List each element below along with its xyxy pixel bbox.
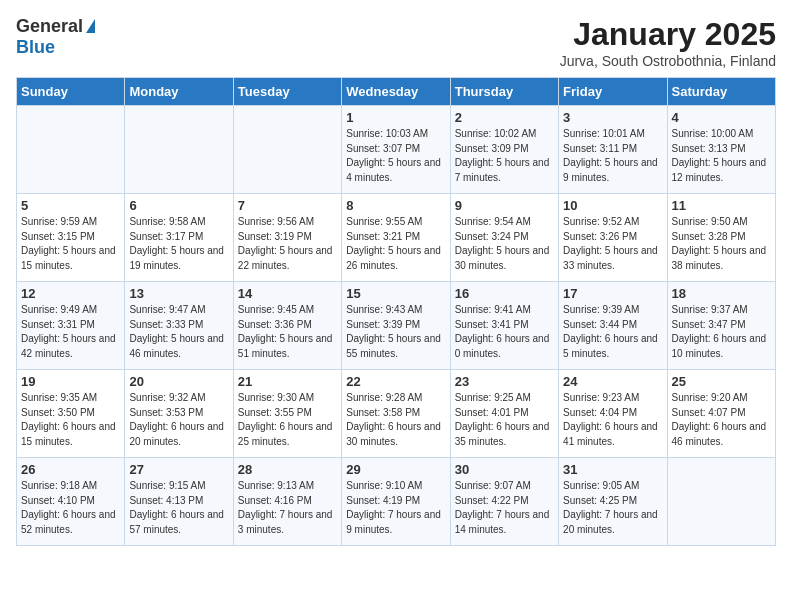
day-number: 18 — [672, 286, 771, 301]
calendar-cell: 8Sunrise: 9:55 AM Sunset: 3:21 PM Daylig… — [342, 194, 450, 282]
day-info: Sunrise: 9:23 AM Sunset: 4:04 PM Dayligh… — [563, 391, 662, 449]
day-info: Sunrise: 9:10 AM Sunset: 4:19 PM Dayligh… — [346, 479, 445, 537]
day-number: 24 — [563, 374, 662, 389]
day-info: Sunrise: 9:58 AM Sunset: 3:17 PM Dayligh… — [129, 215, 228, 273]
day-number: 22 — [346, 374, 445, 389]
col-header-monday: Monday — [125, 78, 233, 106]
day-info: Sunrise: 10:00 AM Sunset: 3:13 PM Daylig… — [672, 127, 771, 185]
day-info: Sunrise: 9:15 AM Sunset: 4:13 PM Dayligh… — [129, 479, 228, 537]
calendar-week-2: 5Sunrise: 9:59 AM Sunset: 3:15 PM Daylig… — [17, 194, 776, 282]
calendar-cell: 9Sunrise: 9:54 AM Sunset: 3:24 PM Daylig… — [450, 194, 558, 282]
day-number: 29 — [346, 462, 445, 477]
calendar-cell: 11Sunrise: 9:50 AM Sunset: 3:28 PM Dayli… — [667, 194, 775, 282]
calendar-cell: 29Sunrise: 9:10 AM Sunset: 4:19 PM Dayli… — [342, 458, 450, 546]
day-info: Sunrise: 9:41 AM Sunset: 3:41 PM Dayligh… — [455, 303, 554, 361]
calendar-cell: 2Sunrise: 10:02 AM Sunset: 3:09 PM Dayli… — [450, 106, 558, 194]
day-number: 13 — [129, 286, 228, 301]
day-number: 7 — [238, 198, 337, 213]
calendar-cell: 28Sunrise: 9:13 AM Sunset: 4:16 PM Dayli… — [233, 458, 341, 546]
day-info: Sunrise: 9:50 AM Sunset: 3:28 PM Dayligh… — [672, 215, 771, 273]
day-number: 9 — [455, 198, 554, 213]
day-info: Sunrise: 9:25 AM Sunset: 4:01 PM Dayligh… — [455, 391, 554, 449]
day-info: Sunrise: 10:01 AM Sunset: 3:11 PM Daylig… — [563, 127, 662, 185]
calendar-table: SundayMondayTuesdayWednesdayThursdayFrid… — [16, 77, 776, 546]
location-subtitle: Jurva, South Ostrobothnia, Finland — [560, 53, 776, 69]
col-header-wednesday: Wednesday — [342, 78, 450, 106]
day-info: Sunrise: 9:54 AM Sunset: 3:24 PM Dayligh… — [455, 215, 554, 273]
day-number: 27 — [129, 462, 228, 477]
day-number: 8 — [346, 198, 445, 213]
day-info: Sunrise: 9:47 AM Sunset: 3:33 PM Dayligh… — [129, 303, 228, 361]
day-info: Sunrise: 9:20 AM Sunset: 4:07 PM Dayligh… — [672, 391, 771, 449]
logo-blue-text: Blue — [16, 37, 55, 58]
day-info: Sunrise: 9:05 AM Sunset: 4:25 PM Dayligh… — [563, 479, 662, 537]
day-number: 1 — [346, 110, 445, 125]
calendar-header: SundayMondayTuesdayWednesdayThursdayFrid… — [17, 78, 776, 106]
calendar-cell: 18Sunrise: 9:37 AM Sunset: 3:47 PM Dayli… — [667, 282, 775, 370]
day-number: 21 — [238, 374, 337, 389]
day-number: 19 — [21, 374, 120, 389]
day-number: 25 — [672, 374, 771, 389]
day-number: 6 — [129, 198, 228, 213]
day-info: Sunrise: 9:59 AM Sunset: 3:15 PM Dayligh… — [21, 215, 120, 273]
day-info: Sunrise: 9:28 AM Sunset: 3:58 PM Dayligh… — [346, 391, 445, 449]
calendar-cell: 7Sunrise: 9:56 AM Sunset: 3:19 PM Daylig… — [233, 194, 341, 282]
calendar-cell: 17Sunrise: 9:39 AM Sunset: 3:44 PM Dayli… — [559, 282, 667, 370]
col-header-tuesday: Tuesday — [233, 78, 341, 106]
day-number: 26 — [21, 462, 120, 477]
day-info: Sunrise: 9:13 AM Sunset: 4:16 PM Dayligh… — [238, 479, 337, 537]
logo-triangle-icon — [86, 19, 95, 33]
calendar-cell: 3Sunrise: 10:01 AM Sunset: 3:11 PM Dayli… — [559, 106, 667, 194]
day-number: 15 — [346, 286, 445, 301]
calendar-cell: 20Sunrise: 9:32 AM Sunset: 3:53 PM Dayli… — [125, 370, 233, 458]
calendar-cell: 14Sunrise: 9:45 AM Sunset: 3:36 PM Dayli… — [233, 282, 341, 370]
calendar-cell: 12Sunrise: 9:49 AM Sunset: 3:31 PM Dayli… — [17, 282, 125, 370]
day-info: Sunrise: 9:56 AM Sunset: 3:19 PM Dayligh… — [238, 215, 337, 273]
day-info: Sunrise: 9:37 AM Sunset: 3:47 PM Dayligh… — [672, 303, 771, 361]
day-number: 30 — [455, 462, 554, 477]
calendar-week-1: 1Sunrise: 10:03 AM Sunset: 3:07 PM Dayli… — [17, 106, 776, 194]
day-number: 11 — [672, 198, 771, 213]
day-number: 14 — [238, 286, 337, 301]
calendar-cell — [17, 106, 125, 194]
day-number: 10 — [563, 198, 662, 213]
calendar-cell: 19Sunrise: 9:35 AM Sunset: 3:50 PM Dayli… — [17, 370, 125, 458]
calendar-cell: 13Sunrise: 9:47 AM Sunset: 3:33 PM Dayli… — [125, 282, 233, 370]
calendar-cell: 22Sunrise: 9:28 AM Sunset: 3:58 PM Dayli… — [342, 370, 450, 458]
calendar-cell: 6Sunrise: 9:58 AM Sunset: 3:17 PM Daylig… — [125, 194, 233, 282]
day-info: Sunrise: 9:45 AM Sunset: 3:36 PM Dayligh… — [238, 303, 337, 361]
day-info: Sunrise: 10:03 AM Sunset: 3:07 PM Daylig… — [346, 127, 445, 185]
day-number: 5 — [21, 198, 120, 213]
day-info: Sunrise: 9:52 AM Sunset: 3:26 PM Dayligh… — [563, 215, 662, 273]
col-header-friday: Friday — [559, 78, 667, 106]
calendar-cell: 31Sunrise: 9:05 AM Sunset: 4:25 PM Dayli… — [559, 458, 667, 546]
logo: General Blue — [16, 16, 95, 58]
col-header-saturday: Saturday — [667, 78, 775, 106]
month-title: January 2025 — [560, 16, 776, 53]
day-number: 12 — [21, 286, 120, 301]
calendar-cell: 15Sunrise: 9:43 AM Sunset: 3:39 PM Dayli… — [342, 282, 450, 370]
day-info: Sunrise: 9:18 AM Sunset: 4:10 PM Dayligh… — [21, 479, 120, 537]
day-number: 31 — [563, 462, 662, 477]
day-number: 3 — [563, 110, 662, 125]
logo-general-text: General — [16, 16, 83, 37]
day-info: Sunrise: 9:07 AM Sunset: 4:22 PM Dayligh… — [455, 479, 554, 537]
calendar-cell — [125, 106, 233, 194]
calendar-week-4: 19Sunrise: 9:35 AM Sunset: 3:50 PM Dayli… — [17, 370, 776, 458]
day-number: 2 — [455, 110, 554, 125]
calendar-cell: 25Sunrise: 9:20 AM Sunset: 4:07 PM Dayli… — [667, 370, 775, 458]
day-info: Sunrise: 9:43 AM Sunset: 3:39 PM Dayligh… — [346, 303, 445, 361]
day-info: Sunrise: 9:30 AM Sunset: 3:55 PM Dayligh… — [238, 391, 337, 449]
calendar-cell: 16Sunrise: 9:41 AM Sunset: 3:41 PM Dayli… — [450, 282, 558, 370]
calendar-cell: 23Sunrise: 9:25 AM Sunset: 4:01 PM Dayli… — [450, 370, 558, 458]
calendar-cell: 5Sunrise: 9:59 AM Sunset: 3:15 PM Daylig… — [17, 194, 125, 282]
calendar-cell — [667, 458, 775, 546]
page-header: General Blue January 2025 Jurva, South O… — [16, 16, 776, 69]
calendar-cell: 27Sunrise: 9:15 AM Sunset: 4:13 PM Dayli… — [125, 458, 233, 546]
title-block: January 2025 Jurva, South Ostrobothnia, … — [560, 16, 776, 69]
day-info: Sunrise: 9:55 AM Sunset: 3:21 PM Dayligh… — [346, 215, 445, 273]
calendar-cell: 30Sunrise: 9:07 AM Sunset: 4:22 PM Dayli… — [450, 458, 558, 546]
calendar-cell: 10Sunrise: 9:52 AM Sunset: 3:26 PM Dayli… — [559, 194, 667, 282]
calendar-cell: 1Sunrise: 10:03 AM Sunset: 3:07 PM Dayli… — [342, 106, 450, 194]
day-info: Sunrise: 10:02 AM Sunset: 3:09 PM Daylig… — [455, 127, 554, 185]
